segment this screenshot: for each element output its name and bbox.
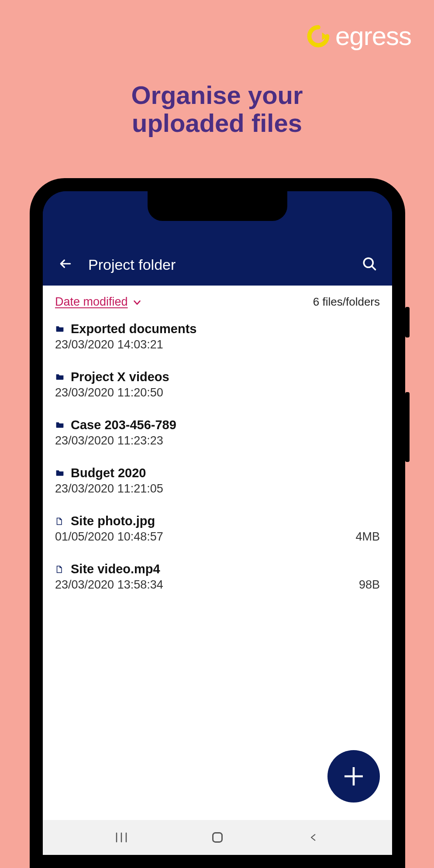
list-item[interactable]: Site video.mp423/03/2020 13:58:3498B (55, 556, 380, 604)
folder-icon (55, 372, 65, 382)
sort-label: Date modified (55, 295, 128, 309)
file-list-panel: Date modified 6 files/folders Exported d… (43, 286, 392, 820)
chevron-left-icon (309, 831, 318, 844)
nav-home-button[interactable] (204, 829, 231, 846)
item-date: 23/03/2020 13:58:34 (55, 578, 163, 592)
back-button[interactable] (56, 254, 75, 273)
list-item[interactable]: Case 203-456-78923/03/2020 11:23:23 (55, 412, 380, 460)
egress-logo-icon (307, 24, 330, 48)
item-date: 23/03/2020 14:03:21 (55, 338, 163, 351)
item-name: Site video.mp4 (71, 562, 160, 576)
list-item[interactable]: Exported documents23/03/2020 14:03:21 (55, 316, 380, 364)
file-count: 6 files/folders (313, 295, 380, 309)
svg-rect-8 (213, 833, 222, 842)
brand-name: egress (335, 21, 411, 51)
add-button[interactable] (327, 750, 380, 803)
file-icon (55, 517, 65, 526)
item-name: Budget 2020 (71, 466, 146, 480)
headline-line2: uploaded files (0, 109, 434, 137)
search-button[interactable] (360, 254, 379, 273)
list-item[interactable]: Project X videos23/03/2020 11:20:50 (55, 364, 380, 412)
file-icon (55, 565, 65, 574)
item-date: 23/03/2020 11:23:23 (55, 434, 163, 448)
item-name: Site photo.jpg (71, 514, 155, 528)
phone-notch (148, 191, 287, 221)
item-date: 23/03/2020 11:20:50 (55, 386, 163, 400)
item-name: Case 203-456-789 (71, 418, 176, 432)
android-nav-bar (43, 820, 392, 855)
chevron-down-icon (132, 298, 142, 307)
nav-recent-button[interactable] (108, 829, 134, 846)
item-date: 23/03/2020 11:21:05 (55, 482, 163, 496)
folder-icon (55, 420, 65, 430)
home-icon (211, 831, 224, 844)
item-name: Project X videos (71, 370, 169, 384)
headline-line1: Organise your (0, 81, 434, 109)
folder-icon (55, 468, 65, 478)
folder-icon (55, 324, 65, 334)
sort-bar: Date modified 6 files/folders (55, 295, 380, 309)
item-name: Exported documents (71, 322, 196, 336)
phone-volume-button (405, 392, 410, 462)
brand-logo: egress (307, 21, 411, 51)
page-title: Project folder (88, 256, 360, 273)
arrow-left-icon (59, 257, 72, 271)
plus-icon (341, 764, 366, 789)
promo-headline: Organise your uploaded files (0, 81, 434, 137)
nav-back-button[interactable] (300, 829, 327, 846)
phone-screen: Project folder Date modified 6 files/fol… (43, 191, 392, 855)
item-size: 98B (359, 578, 380, 592)
item-date: 01/05/2020 10:48:57 (55, 530, 163, 544)
recent-icon (115, 832, 128, 843)
svg-line-2 (372, 266, 375, 270)
list-item[interactable]: Budget 202023/03/2020 11:21:05 (55, 460, 380, 508)
search-icon (362, 256, 377, 272)
phone-power-button (405, 307, 410, 338)
list-item[interactable]: Site photo.jpg01/05/2020 10:48:574MB (55, 508, 380, 556)
item-size: 4MB (355, 530, 380, 544)
phone-frame: Project folder Date modified 6 files/fol… (30, 178, 405, 868)
sort-dropdown[interactable]: Date modified (55, 295, 142, 309)
